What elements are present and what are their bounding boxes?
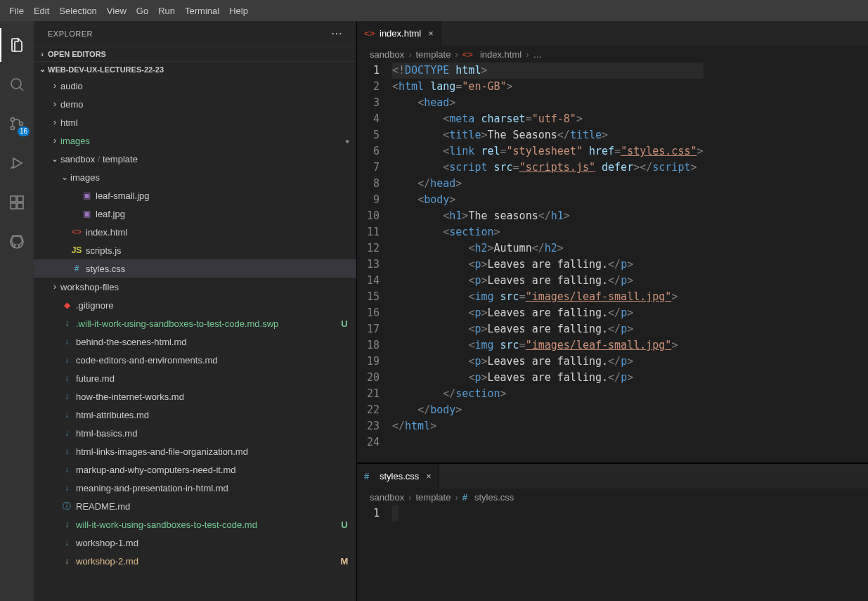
sidebar-header: EXPLORER ⋯ xyxy=(34,21,356,46)
editor-group: <> index.html × sandbox›template›<>index… xyxy=(357,21,868,601)
tree-file[interactable]: ↓workshop-1.md xyxy=(34,534,356,552)
search-icon[interactable] xyxy=(0,67,34,101)
tree-file[interactable]: ↓will-it-work-using-sandboxes-to-test-co… xyxy=(34,515,356,534)
open-editors-section[interactable]: › OPEN EDITORS xyxy=(34,46,356,61)
menu-go[interactable]: Go xyxy=(131,3,153,19)
tree-folder[interactable]: ›demo xyxy=(34,95,356,113)
tree-file[interactable]: ↓behind-the-scenes-html.md xyxy=(34,332,356,351)
tree-file[interactable]: ↓future.md xyxy=(34,369,356,387)
chevron-icon: › xyxy=(49,136,60,146)
run-debug-icon[interactable] xyxy=(0,146,34,180)
tree-label: leaf.jpg xyxy=(96,209,349,219)
menu-edit[interactable]: Edit xyxy=(29,3,54,19)
markdown-file-icon: ↓ xyxy=(60,536,73,549)
tree-label: styles.css xyxy=(86,264,349,274)
tab-label: styles.css xyxy=(380,471,419,482)
tree-folder[interactable]: ›html xyxy=(34,113,356,131)
tree-label: audio xyxy=(60,81,349,91)
breadcrumb-bottom[interactable]: sandbox›template›#styles.css xyxy=(357,489,868,505)
menu-selection[interactable]: Selection xyxy=(54,3,101,19)
more-actions-icon[interactable]: ⋯ xyxy=(331,27,343,40)
menu-file[interactable]: File xyxy=(4,3,29,19)
code-content[interactable]: <!DOCTYPE html><html lang="en-GB"> <head… xyxy=(392,63,718,463)
css-file-icon: # xyxy=(462,492,467,503)
breadcrumb-segment[interactable]: index.html xyxy=(480,49,522,60)
folder-section[interactable]: ⌄ WEB-DEV-UX-LECTURES-22-23 xyxy=(34,61,356,77)
tree-folder[interactable]: ⌄images xyxy=(34,168,356,186)
tree-file[interactable]: ↓.will-it-work-using-sandboxes-to-test-c… xyxy=(34,314,356,332)
tree-label: images xyxy=(60,136,339,146)
breadcrumb-segment[interactable]: template xyxy=(416,49,451,60)
code-editor-top[interactable]: 123456789101112131415161718192021222324 … xyxy=(357,63,868,463)
tree-file[interactable]: ↓html-links-images-and-file-organization… xyxy=(34,442,356,460)
chevron-icon: › xyxy=(49,117,60,127)
breadcrumb-top[interactable]: sandbox›template›<>index.html›… xyxy=(357,46,868,63)
tree-file[interactable]: ↓html-attributes.md xyxy=(34,406,356,424)
html-file-icon: <> xyxy=(70,226,83,238)
tree-file[interactable]: ↓meaning-and-presentation-in-html.md xyxy=(34,479,356,497)
svg-rect-7 xyxy=(18,203,23,209)
breadcrumb-segment[interactable]: styles.css xyxy=(474,492,514,503)
tree-label: meaning-and-presentation-in-html.md xyxy=(76,483,349,493)
tree-folder[interactable]: ›images● xyxy=(34,131,356,150)
tree-file[interactable]: JSscripts.js xyxy=(34,241,356,259)
tree-file[interactable]: ↓code-editors-and-environments.md xyxy=(34,351,356,369)
menu-terminal[interactable]: Terminal xyxy=(180,3,224,19)
tree-label: html-basics.md xyxy=(76,428,349,439)
tree-file[interactable]: ▣leaf.jpg xyxy=(34,205,356,223)
markdown-file-icon: ↓ xyxy=(60,555,73,567)
markdown-file-icon: ↓ xyxy=(60,482,73,494)
tree-file[interactable]: ↓markup-and-why-computers-need-it.md xyxy=(34,460,356,479)
tree-file[interactable]: <>index.html xyxy=(34,223,356,241)
tree-file[interactable]: ↓how-the-internet-works.md xyxy=(34,387,356,406)
tree-folder[interactable]: ›audio xyxy=(34,77,356,95)
breadcrumb-segment[interactable]: sandbox xyxy=(370,49,404,60)
code-content[interactable] xyxy=(392,505,413,601)
tree-file[interactable]: ◆.gitignore xyxy=(34,296,356,314)
menu-view[interactable]: View xyxy=(102,3,131,19)
breadcrumb-segment[interactable]: … xyxy=(533,49,543,60)
tree-file[interactable]: ↓html-basics.md xyxy=(34,424,356,442)
explorer-icon[interactable] xyxy=(0,28,34,62)
markdown-file-icon: ↓ xyxy=(60,445,73,458)
html-file-icon: <> xyxy=(462,49,473,60)
tab-index-html[interactable]: <> index.html × xyxy=(357,21,441,46)
tree-label: html-links-images-and-file-organization.… xyxy=(76,446,349,457)
menu-help[interactable]: Help xyxy=(224,3,253,19)
tree-label: sandbox / template xyxy=(60,154,349,164)
tree-label: demo xyxy=(60,99,349,110)
tab-styles-css[interactable]: # styles.css × xyxy=(357,464,439,489)
tree-folder[interactable]: ›workshop-files xyxy=(34,278,356,296)
close-icon[interactable]: × xyxy=(428,28,434,39)
tree-label: how-the-internet-works.md xyxy=(76,392,349,402)
menu-run[interactable]: Run xyxy=(153,3,180,19)
source-control-icon[interactable]: 16 xyxy=(0,107,34,141)
github-icon[interactable] xyxy=(0,225,34,259)
tree-file[interactable]: ▣leaf-small.jpg xyxy=(34,186,356,205)
tab-bar-top: <> index.html × xyxy=(357,21,868,46)
breadcrumb-segment[interactable]: template xyxy=(416,492,451,503)
extensions-icon[interactable] xyxy=(0,186,34,219)
js-file-icon: JS xyxy=(70,244,83,257)
chevron-icon: › xyxy=(49,81,60,91)
tree-file[interactable]: ↓workshop-2.mdM xyxy=(34,552,356,570)
image-file-icon: ▣ xyxy=(80,189,93,202)
tree-label: will-it-work-using-sandboxes-to-test-cod… xyxy=(76,519,335,530)
git-status: U xyxy=(339,318,349,329)
tree-file[interactable]: #styles.css xyxy=(34,259,356,278)
tree-label: markup-and-why-computers-need-it.md xyxy=(76,465,349,475)
file-tree[interactable]: ›audio›demo›html›images●⌄sandbox / templ… xyxy=(34,77,356,601)
close-icon[interactable]: × xyxy=(426,471,432,482)
code-editor-bottom[interactable]: 1 xyxy=(357,505,868,601)
tree-folder[interactable]: ⌄sandbox / template xyxy=(34,150,356,168)
svg-rect-6 xyxy=(11,203,16,209)
css-file-icon: # xyxy=(70,262,83,275)
tree-label: scripts.js xyxy=(86,245,349,256)
tree-file[interactable]: ⓘREADME.md xyxy=(34,497,356,515)
breadcrumb-segment[interactable]: sandbox xyxy=(370,492,404,503)
svg-point-3 xyxy=(20,122,23,126)
svg-point-1 xyxy=(11,118,15,122)
line-numbers: 1 xyxy=(357,505,392,601)
css-file-icon: # xyxy=(364,471,375,482)
editor-pane-top: <> index.html × sandbox›template›<>index… xyxy=(357,21,868,463)
